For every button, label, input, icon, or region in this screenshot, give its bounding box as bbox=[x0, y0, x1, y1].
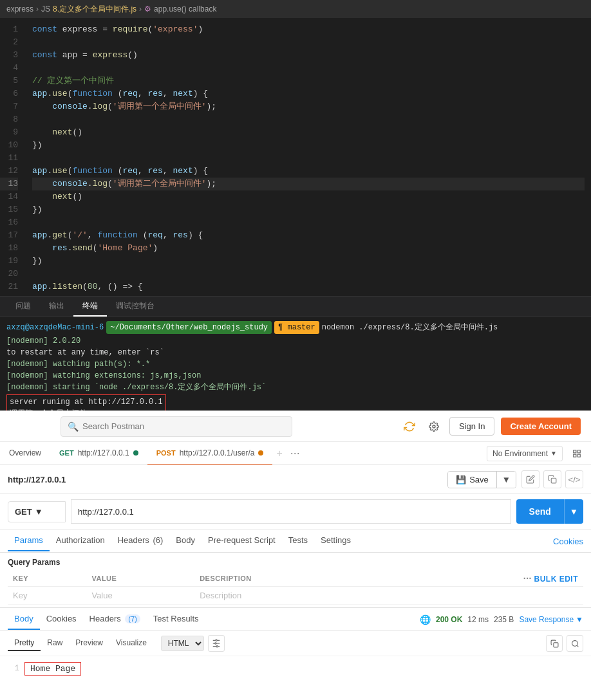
code-icon-btn[interactable]: </> bbox=[565, 470, 583, 488]
fmt-tab-preview[interactable]: Preview bbox=[69, 636, 109, 651]
response-format-bar: Pretty Raw Preview Visualize HTML JSON X… bbox=[0, 631, 591, 656]
edit-icon-btn[interactable] bbox=[521, 470, 539, 488]
svg-point-14 bbox=[216, 646, 218, 647]
terminal-line-restart: to restart at any time, enter `rs` bbox=[6, 347, 585, 358]
request-subtabs: Params Authorization Headers (6) Body Pr… bbox=[0, 530, 591, 553]
cookies-link[interactable]: Cookies bbox=[553, 537, 583, 546]
req-tab-settings[interactable]: Settings bbox=[314, 530, 357, 551]
sign-in-button[interactable]: Sign In bbox=[449, 417, 494, 436]
key-cell[interactable]: Key bbox=[8, 587, 86, 605]
url-action-icons: </> bbox=[521, 470, 583, 488]
svg-rect-5 bbox=[551, 478, 556, 483]
search-response-icon-btn[interactable] bbox=[567, 635, 583, 652]
environment-select[interactable]: No Environment ▼ bbox=[487, 446, 563, 461]
svg-point-16 bbox=[572, 640, 577, 646]
req-tab-body[interactable]: Body bbox=[169, 530, 202, 551]
terminal-highlighted-output: server runing at http://127.0.0.1 调用第一个全… bbox=[6, 393, 166, 410]
bulk-edit-button[interactable]: Bulk Edit bbox=[534, 575, 579, 584]
tab-right-area: No Environment ▼ bbox=[487, 445, 591, 463]
response-size: 235 B bbox=[494, 615, 514, 624]
svg-rect-1 bbox=[574, 450, 576, 452]
send-button[interactable]: Send bbox=[516, 499, 564, 524]
breadcrumb-express: express bbox=[6, 5, 33, 14]
col-description: DESCRIPTION bbox=[194, 571, 384, 587]
more-icon[interactable]: ··· bbox=[523, 573, 532, 584]
copy-response-icon-btn[interactable] bbox=[546, 635, 563, 652]
tab-post-url: http://127.0.0.1/user/a bbox=[180, 448, 255, 457]
col-key: KEY bbox=[8, 571, 86, 587]
tab-add-button[interactable]: + bbox=[272, 448, 286, 459]
resp-tab-headers[interactable]: Headers (7) bbox=[83, 609, 147, 630]
save-icon: 💾 bbox=[456, 475, 466, 484]
req-tab-prerequest[interactable]: Pre-request Script bbox=[202, 530, 282, 551]
svg-rect-4 bbox=[574, 454, 576, 457]
fmt-tab-raw[interactable]: Raw bbox=[41, 636, 69, 651]
url-title-bar: http://127.0.0.1 💾 Save ▼ </> bbox=[0, 465, 591, 494]
svg-point-11 bbox=[215, 643, 216, 644]
dot-get bbox=[133, 450, 138, 456]
description-cell[interactable]: Description bbox=[194, 587, 384, 605]
tab-problems[interactable]: 问题 bbox=[6, 297, 40, 317]
search-icon: 🔍 bbox=[68, 421, 79, 432]
response-section: Body Cookies Headers (7) Test Results 🌐 … bbox=[0, 607, 591, 700]
req-tab-authorization[interactable]: Authorization bbox=[50, 530, 111, 551]
method-label: GET bbox=[15, 507, 32, 517]
req-tab-headers[interactable]: Headers (6) bbox=[111, 530, 170, 551]
code-content: const express = require('express') const… bbox=[26, 18, 591, 296]
fmt-tab-pretty[interactable]: Pretty bbox=[8, 636, 41, 651]
save-button-group: 💾 Save ▼ bbox=[447, 471, 516, 488]
cookies-link-area: Cookies bbox=[553, 535, 583, 547]
table-row: Key Value Description bbox=[8, 587, 583, 605]
terminal-tabs: 问题 输出 终端 调试控制台 bbox=[0, 297, 591, 317]
params-table: KEY VALUE DESCRIPTION ··· Bulk Edit Key … bbox=[8, 571, 583, 605]
tab-get-url: http://127.0.0.1 bbox=[78, 448, 129, 457]
save-response-button[interactable]: Save Response ▼ bbox=[519, 615, 583, 624]
tab-more-button[interactable]: ··· bbox=[286, 447, 304, 460]
tab-output[interactable]: 输出 bbox=[40, 297, 73, 317]
tab-post-request[interactable]: POST http://127.0.0.1/user/a bbox=[147, 442, 273, 465]
fmt-tab-visualize[interactable]: Visualize bbox=[109, 636, 153, 651]
response-body: 1 Home Page bbox=[0, 656, 591, 681]
req-tab-tests[interactable]: Tests bbox=[282, 530, 314, 551]
resp-tab-cookies[interactable]: Cookies bbox=[40, 609, 83, 630]
response-content-1: Home Page bbox=[24, 662, 81, 676]
send-dropdown-button[interactable]: ▼ bbox=[564, 499, 583, 524]
method-select[interactable]: GET ▼ bbox=[8, 501, 66, 522]
create-account-button[interactable]: Create Account bbox=[501, 418, 581, 435]
watermark: CSDN @GY-93 bbox=[534, 688, 583, 696]
breadcrumb-js: JS bbox=[41, 5, 50, 14]
save-response-chevron-icon: ▼ bbox=[576, 615, 583, 624]
save-button[interactable]: 💾 Save bbox=[448, 472, 496, 488]
terminal-section: 问题 输出 终端 调试控制台 axzq@axzqdeMac-mini-6 ~/D… bbox=[0, 296, 591, 410]
filter-icon-btn[interactable] bbox=[208, 635, 225, 652]
method-get-label: GET bbox=[59, 449, 74, 457]
resp-tab-body[interactable]: Body bbox=[8, 609, 40, 630]
resp-tab-test-results[interactable]: Test Results bbox=[147, 609, 205, 630]
copy-icon-btn[interactable] bbox=[543, 470, 561, 488]
description-label: DESCRIPTION bbox=[200, 575, 252, 582]
svg-point-8 bbox=[216, 640, 217, 641]
tab-overview[interactable]: Overview bbox=[0, 442, 50, 465]
svg-line-17 bbox=[577, 645, 578, 647]
svg-rect-2 bbox=[577, 450, 580, 452]
terminal-line-nodemon-version: [nodemon] 2.0.20 bbox=[6, 335, 585, 347]
svg-rect-15 bbox=[553, 642, 558, 647]
sync-icon-btn[interactable] bbox=[400, 418, 418, 436]
search-bar[interactable]: 🔍 bbox=[61, 416, 292, 437]
terminal-server-line: server runing at http://127.0.0.1 bbox=[10, 396, 163, 408]
dot-post bbox=[258, 450, 263, 456]
response-time: 12 ms bbox=[467, 615, 489, 624]
request-input-row: GET ▼ Send ▼ bbox=[0, 494, 591, 530]
req-tab-params[interactable]: Params bbox=[8, 530, 50, 551]
url-input[interactable] bbox=[71, 499, 511, 524]
search-input[interactable] bbox=[82, 421, 285, 431]
tab-terminal[interactable]: 终端 bbox=[73, 297, 107, 317]
query-params-section: Query Params KEY VALUE DESCRIPTION ··· B… bbox=[0, 553, 591, 607]
settings-icon-btn[interactable] bbox=[425, 418, 443, 436]
env-settings-icon-btn[interactable] bbox=[568, 445, 586, 463]
tab-get-request[interactable]: GET http://127.0.0.1 bbox=[50, 442, 147, 465]
tab-debug-console[interactable]: 调试控制台 bbox=[107, 297, 164, 317]
format-type-select[interactable]: HTML JSON XML Text bbox=[161, 636, 204, 651]
save-dropdown-button[interactable]: ▼ bbox=[496, 472, 516, 488]
value-cell[interactable]: Value bbox=[86, 587, 194, 605]
